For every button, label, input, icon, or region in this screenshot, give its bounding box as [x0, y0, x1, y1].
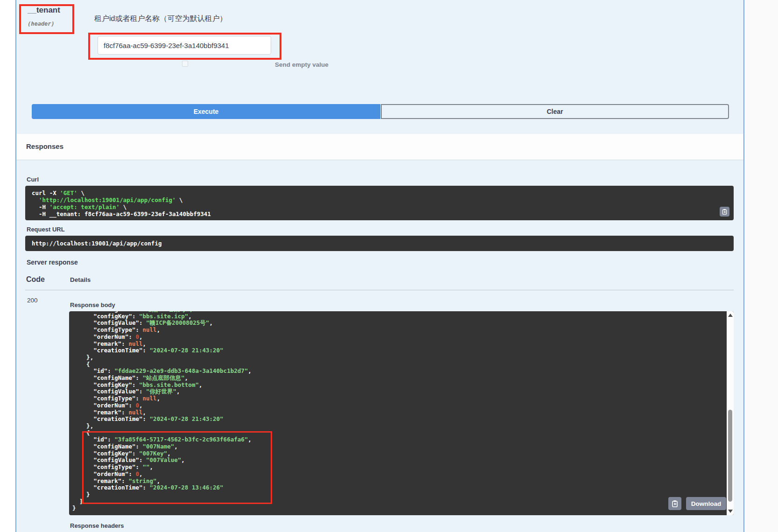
- table-header-divider: [25, 290, 734, 290]
- code-line: "id": "fddae229-a2e9-ddb3-648a-3a140bc1b…: [72, 368, 252, 375]
- annotation-box-json-object: [82, 431, 272, 504]
- code-line: "creationTime": "2024-07-28 21:43:20": [72, 416, 252, 423]
- code-line: {: [72, 361, 252, 368]
- request-url-label: Request URL: [27, 226, 65, 233]
- code-line: -H __tenant: f8cf76aa-ac59-6399-23ef-3a1…: [32, 210, 727, 217]
- curl-copy-button[interactable]: [720, 207, 729, 217]
- response-headers-label: Response headers: [70, 522, 124, 529]
- status-code: 200: [27, 297, 38, 304]
- scrollbar-thumb[interactable]: [728, 410, 732, 502]
- get-opblock: __tenant (header) 租户id或者租户名称（可空为默认租户） Se…: [15, 0, 744, 532]
- download-button[interactable]: Download: [686, 497, 726, 510]
- code-line: "remark": null,: [72, 409, 252, 416]
- code-line: "configType": null,: [72, 395, 252, 402]
- clipboard-icon: [720, 209, 729, 215]
- response-copy-button[interactable]: [668, 497, 681, 510]
- code-line: curl -X 'GET' \: [32, 189, 727, 196]
- code-line: },: [72, 354, 252, 361]
- code-line: 'http://localhost:19001/api/app/config' …: [32, 196, 727, 203]
- code-line: "remark": null,: [72, 341, 252, 348]
- code-line: "configValue": "你好世界",: [72, 388, 252, 395]
- responses-title: Responses: [26, 142, 63, 150]
- param-description: 租户id或者租户名称（可空为默认租户）: [94, 14, 227, 24]
- curl-label: Curl: [27, 176, 39, 183]
- server-response-label: Server response: [27, 259, 78, 266]
- response-body-label: Response body: [70, 301, 115, 308]
- clipboard-icon: [668, 500, 681, 507]
- param-name: __tenant: [28, 6, 60, 15]
- vertical-scrollbar[interactable]: [727, 311, 734, 515]
- code-line: },: [72, 423, 252, 430]
- param-location: (header): [28, 21, 55, 27]
- page-gutter-right: [745, 0, 778, 532]
- code-line: "orderNum": 0,: [72, 334, 252, 341]
- code-line: "configType": null,: [72, 327, 252, 334]
- details-column-header: Details: [70, 276, 91, 283]
- curl-command-block: curl -X 'GET' \ 'http://localhost:19001/…: [25, 186, 734, 220]
- clear-button[interactable]: Clear: [381, 104, 729, 119]
- swagger-endpoint-panel: __tenant (header) 租户id或者租户名称（可空为默认租户） Se…: [0, 0, 778, 532]
- code-line: "orderNum": 0,: [72, 402, 252, 409]
- code-line: }: [72, 505, 252, 512]
- code-line: "configName": "站点底部信息",: [72, 375, 252, 382]
- response-body-block: "configName": "站点ICP备案号", "configKey": "…: [69, 311, 734, 515]
- responses-section-header: Responses: [16, 134, 743, 160]
- code-line: "configKey": "bbs.site.icp",: [72, 313, 252, 320]
- tenant-value-input[interactable]: [98, 36, 271, 55]
- execute-button[interactable]: Execute: [32, 104, 380, 119]
- request-url-value: http://localhost:19001/api/app/config: [25, 236, 734, 251]
- send-empty-value-label: Send empty value: [275, 61, 329, 68]
- code-line: -H 'accept: text/plain' \: [32, 203, 727, 210]
- scroll-down-arrow-icon[interactable]: [728, 510, 733, 513]
- code-column-header: Code: [26, 275, 45, 284]
- scroll-up-arrow-icon[interactable]: [728, 314, 733, 317]
- code-line: "creationTime": "2024-07-28 21:43:20": [72, 347, 252, 354]
- code-line: "configValue": "赣ICP备20008025号",: [72, 320, 252, 327]
- send-empty-value-checkbox[interactable]: [182, 61, 188, 67]
- code-line: "configKey": "bbs.site.bottom",: [72, 382, 252, 389]
